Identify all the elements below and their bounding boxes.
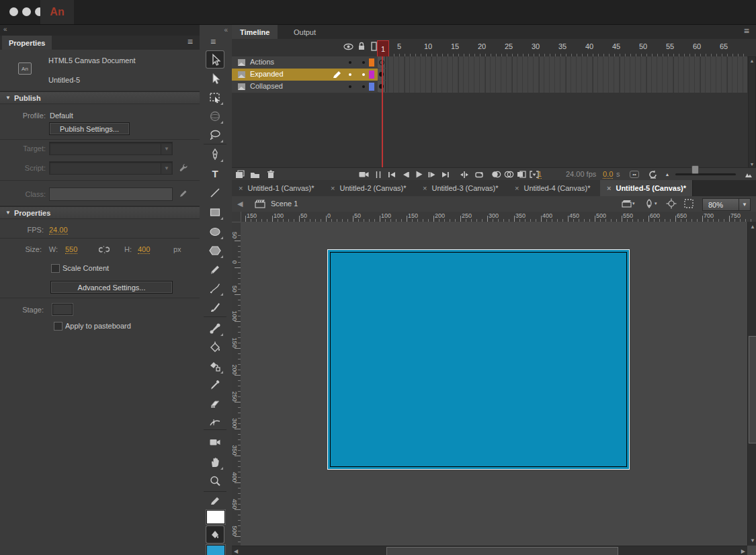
center-frame-icon[interactable] xyxy=(459,169,470,179)
scroll-right-icon[interactable]: ▶ xyxy=(741,548,745,554)
layer-visibility-dot[interactable] xyxy=(349,61,351,64)
onion-skin-icon[interactable] xyxy=(491,169,501,179)
layer-visibility-dot[interactable] xyxy=(349,73,351,76)
scroll-down-icon[interactable]: ▼ xyxy=(750,538,755,544)
playhead[interactable]: 1 xyxy=(377,40,389,58)
edit-scene-icon[interactable]: ▾ xyxy=(622,199,635,208)
layer-outline-color-swatch[interactable] xyxy=(369,71,374,79)
lasso-tool[interactable] xyxy=(206,126,224,143)
layer-lock-dot[interactable] xyxy=(362,61,365,64)
marker-range-icon[interactable] xyxy=(373,169,384,179)
close-tab-icon[interactable]: × xyxy=(515,184,519,192)
width-tool[interactable] xyxy=(206,414,224,431)
rectangle-tool[interactable] xyxy=(206,204,224,220)
polystar-tool[interactable] xyxy=(206,242,224,259)
class-input[interactable] xyxy=(49,187,173,201)
collapse-tools-icon[interactable]: « xyxy=(224,26,226,34)
window-close-button[interactable] xyxy=(9,7,18,16)
layer-name[interactable]: Collapsed xyxy=(250,82,283,90)
scroll-up-icon[interactable]: ▲ xyxy=(749,58,755,63)
outline-all-icon[interactable] xyxy=(371,42,377,51)
stroke-color-swatch[interactable] xyxy=(206,510,225,524)
scale-content-checkbox[interactable] xyxy=(51,264,60,273)
clip-content-icon[interactable] xyxy=(683,198,694,209)
loop-playback-icon[interactable] xyxy=(474,169,485,179)
subselection-tool[interactable] xyxy=(206,70,224,87)
time-toggle-icon[interactable]: •• xyxy=(627,169,642,179)
collapse-panel-icon[interactable]: « xyxy=(3,26,6,33)
scene-name[interactable]: Scene 1 xyxy=(271,200,298,208)
height-value[interactable]: 400 xyxy=(138,245,150,254)
close-tab-icon[interactable]: × xyxy=(423,184,427,192)
zoom-level-dropdown[interactable]: 80% ▼ xyxy=(702,198,751,211)
layer-row-actions[interactable]: Actions xyxy=(232,56,378,69)
zoom-tool[interactable] xyxy=(206,472,224,489)
window-minimize-button[interactable] xyxy=(22,7,31,16)
document-tab-2[interactable]: ×Untitled-2 (Canvas)* xyxy=(324,180,417,196)
properties-section-header[interactable]: ▼ Properties xyxy=(0,206,200,219)
timeline-tab-output[interactable]: Output xyxy=(286,25,324,39)
link-broken-icon[interactable] xyxy=(98,244,110,255)
scroll-down-icon[interactable]: ▼ xyxy=(749,162,755,167)
pen-tool[interactable] xyxy=(206,146,224,163)
layer-outline-color-swatch[interactable] xyxy=(369,83,374,91)
camera-tool[interactable] xyxy=(206,433,224,450)
layer-visibility-dot[interactable] xyxy=(349,85,351,88)
eyedropper-tool[interactable] xyxy=(206,376,224,393)
hand-tool[interactable] xyxy=(206,454,224,470)
edit-symbols-icon[interactable]: ▾ xyxy=(644,198,657,209)
close-tab-icon[interactable]: × xyxy=(607,184,611,192)
document-tab-3[interactable]: ×Untitled-3 (Canvas)* xyxy=(416,180,509,196)
scroll-up-icon[interactable]: ▲ xyxy=(750,224,755,230)
layer-lock-dot[interactable] xyxy=(362,73,365,76)
scroll-left-icon[interactable]: ◀ xyxy=(234,548,238,554)
onion-skin-outlines-icon[interactable] xyxy=(503,169,514,179)
publish-settings-button[interactable]: Publish Settings... xyxy=(49,122,130,135)
document-tab-4[interactable]: ×Untitled-4 (Canvas)* xyxy=(508,180,601,196)
layer-name[interactable]: Actions xyxy=(250,58,274,66)
document-tab-1[interactable]: ×Untitled-1 (Canvas)* xyxy=(232,180,325,196)
step-forward-icon[interactable] xyxy=(427,169,437,179)
delete-layer-icon[interactable] xyxy=(265,169,276,179)
layer-name[interactable]: Expanded xyxy=(250,70,284,78)
bone-tool[interactable] xyxy=(206,320,224,337)
pencil-edit-icon[interactable] xyxy=(177,187,188,200)
edit-multiple-frames-icon[interactable] xyxy=(516,169,527,179)
timeline-tab-timeline[interactable]: Timeline xyxy=(232,25,278,39)
frame-rate-indicator[interactable]: 24.00 fps xyxy=(566,170,596,178)
horizontal-scrollbar[interactable]: ◀ ▶ xyxy=(232,546,747,555)
tab-properties[interactable]: Properties xyxy=(2,36,52,50)
paint-bucket-tool[interactable] xyxy=(206,339,224,355)
oval-tool[interactable] xyxy=(206,223,224,240)
layer-frames-expanded[interactable] xyxy=(378,69,747,81)
lock-all-icon[interactable] xyxy=(358,42,366,51)
apply-pasteboard-checkbox[interactable] xyxy=(54,322,62,331)
stage[interactable] xyxy=(327,249,630,470)
horizontal-scrollbar-thumb[interactable] xyxy=(386,547,618,555)
timeline-zoom-slider-thumb[interactable] xyxy=(691,165,699,174)
go-to-last-frame-icon[interactable] xyxy=(440,169,451,179)
vertical-scrollbar-thumb[interactable] xyxy=(749,336,756,443)
timeline-vertical-scrollbar[interactable]: ▲ ▼ xyxy=(748,56,756,169)
3d-rotation-tool[interactable] xyxy=(206,108,224,124)
stage-color-swatch[interactable] xyxy=(52,304,73,315)
line-tool[interactable] xyxy=(206,184,224,201)
add-camera-icon[interactable] xyxy=(358,169,369,179)
layer-row-expanded[interactable]: Expanded xyxy=(232,69,378,81)
fluid-brush-tool[interactable] xyxy=(206,280,224,296)
panel-menu-icon[interactable]: ≡ xyxy=(187,38,193,45)
back-arrow-icon[interactable]: ◀ xyxy=(237,200,243,208)
elapsed-time-indicator[interactable]: 0.0 xyxy=(603,170,613,179)
pasteboard[interactable] xyxy=(241,222,747,546)
center-stage-icon[interactable] xyxy=(666,198,677,209)
layer-frames-actions[interactable] xyxy=(378,56,747,69)
classic-brush-tool[interactable] xyxy=(206,298,224,315)
publish-section-header[interactable]: ▼ Publish xyxy=(0,91,200,104)
free-transform-tool[interactable] xyxy=(206,89,224,105)
script-dropdown[interactable]: ▼ xyxy=(49,161,173,175)
vertical-scrollbar[interactable]: ▲ ▼ xyxy=(747,222,756,546)
fps-value[interactable]: 24.00 xyxy=(49,226,68,234)
frame-ruler[interactable]: 5101520253035404550556065 xyxy=(378,39,747,56)
layer-row-collapsed[interactable]: Collapsed xyxy=(232,81,378,93)
layer-lock-dot[interactable] xyxy=(362,85,365,88)
